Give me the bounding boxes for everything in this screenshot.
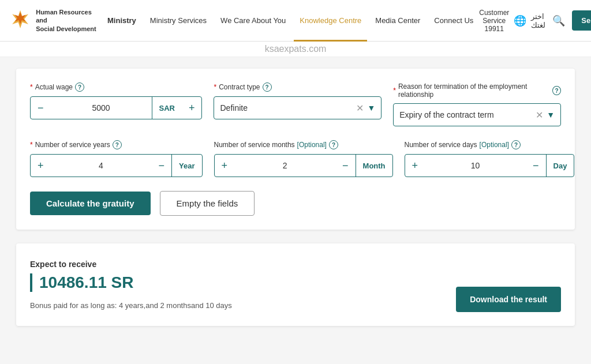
service-days-increment[interactable]: + [405,155,425,177]
service-days-label: Number of service days [Optional] ? [405,140,575,149]
actual-wage-input-wrapper: − SAR + [30,96,202,119]
service-days-decrement[interactable]: − [526,155,546,177]
actual-wage-group: * Actual wage ? − SAR + [30,82,202,126]
globe-icon[interactable]: 🌐 [514,14,526,27]
nav-item-we-care[interactable]: We Care About You [215,0,291,42]
nav-item-connect-us[interactable]: Connect Us [428,0,479,42]
nav-item-ministry[interactable]: Ministry [102,0,142,42]
form-row-1: * Actual wage ? − SAR + * Contract type … [30,82,561,126]
required-mark: * [30,83,33,91]
main-content: * Actual wage ? − SAR + * Contract type … [7,69,584,326]
service-years-input-wrapper: + − Year [30,154,203,177]
contract-type-clear-icon[interactable]: ✕ [356,103,364,114]
service-months-decrement[interactable]: − [335,155,356,177]
service-years-unit: Year [171,155,201,177]
termination-reason-help-icon[interactable]: ? [552,86,561,95]
form-row-2: * Number of service years ? + − Year Num… [30,140,561,177]
service-months-help-icon[interactable]: ? [329,140,338,149]
service-years-decrement[interactable]: − [152,155,172,177]
contract-type-label-text: Contract type [219,83,260,91]
customer-service-label: Customer Service 19911 [479,9,509,33]
service-months-label: Number of service months [Optional] ? [214,140,393,149]
service-years-input[interactable] [51,161,152,170]
logo-icon [9,9,31,32]
actual-wage-help-icon[interactable]: ? [75,82,84,92]
service-months-label-text: Number of service months [214,141,295,149]
search-button[interactable]: 🔍 [550,12,567,29]
nav-item-media-center[interactable]: Media Center [369,0,426,42]
termination-reason-dropdown[interactable]: Expiry of the contract term ✕ ▼ [393,103,561,126]
nav-item-knowledge-centre[interactable]: Knowledge Centre [294,0,367,42]
actual-wage-input[interactable] [51,103,152,112]
watermark-bar: ksaexpats.com [0,42,591,57]
empty-fields-button[interactable]: Empty the fields [160,191,255,216]
actual-wage-label: * Actual wage ? [30,82,202,92]
service-months-increment[interactable]: + [215,155,235,177]
logo-area: Human Resources and Social Development [9,8,102,33]
logo-text: Human Resources and Social Development [36,8,102,33]
service-years-group: * Number of service years ? + − Year [30,140,203,177]
actual-wage-label-text: Actual wage [35,83,73,91]
service-guide-button[interactable]: Service Guide [572,10,591,31]
nav-item-ministry-services[interactable]: Ministry Services [144,0,212,42]
service-months-optional: [Optional] [297,141,327,149]
service-days-group: Number of service days [Optional] ? + − … [405,140,575,177]
calculate-button[interactable]: Calculate the gratuity [30,192,151,215]
service-months-input[interactable] [234,161,335,170]
action-buttons-row: Calculate the gratuity Empty the fields [30,191,561,216]
service-days-optional: [Optional] [480,141,509,149]
actual-wage-unit: SAR [152,97,182,119]
service-days-input-wrapper: + − Day [405,154,575,177]
termination-reason-clear-icon[interactable]: ✕ [536,110,543,121]
nav-right: Customer Service 19911 🌐 اختر لغتك 🔍 Ser… [479,9,591,33]
termination-reason-value: Expiry of the contract term [399,110,536,119]
service-days-unit: Day [546,155,574,177]
contract-type-value: Definite [220,103,356,112]
actual-wage-decrement[interactable]: − [31,97,51,119]
service-months-unit: Month [356,155,392,177]
contract-type-help-icon[interactable]: ? [263,82,272,92]
service-months-input-wrapper: + − Month [214,154,393,177]
contract-type-group: * Contract type ? Definite ✕ ▼ [214,82,381,126]
contract-type-dropdown[interactable]: Definite ✕ ▼ [214,96,381,119]
service-days-input[interactable] [425,161,526,170]
termination-reason-label-text: Reason for termination of the employment… [398,82,550,99]
service-months-group: Number of service months [Optional] ? + … [214,140,393,177]
contract-type-arrow-icon[interactable]: ▼ [367,103,375,112]
service-years-label-text: Number of service years [35,141,110,149]
termination-reason-group: * Reason for termination of the employme… [393,82,561,126]
termination-reason-arrow-icon[interactable]: ▼ [547,110,555,119]
service-days-label-text: Number of service days [405,141,477,149]
expect-label: Expect to receive [30,260,561,269]
termination-reason-label: * Reason for termination of the employme… [393,82,561,99]
service-years-label: * Number of service years ? [30,140,203,149]
watermark-text: ksaexpats.com [265,44,327,54]
contract-type-label: * Contract type ? [214,82,381,92]
navbar: Human Resources and Social Development M… [0,0,591,42]
service-days-help-icon[interactable]: ? [511,140,521,149]
nav-links: Ministry Ministry Services We Care About… [102,0,479,42]
required-mark-2: * [214,83,216,91]
language-selector[interactable]: اختر لغتك [531,12,545,29]
required-mark-4: * [30,141,33,149]
result-card: Expect to receive 10486.11 SR Bonus paid… [16,243,575,326]
download-result-button[interactable]: Download the result [456,287,561,312]
required-mark-3: * [393,87,396,95]
service-years-help-icon[interactable]: ? [113,140,122,149]
service-years-increment[interactable]: + [31,155,51,177]
form-card: * Actual wage ? − SAR + * Contract type … [16,69,575,230]
actual-wage-increment[interactable]: + [182,97,202,119]
